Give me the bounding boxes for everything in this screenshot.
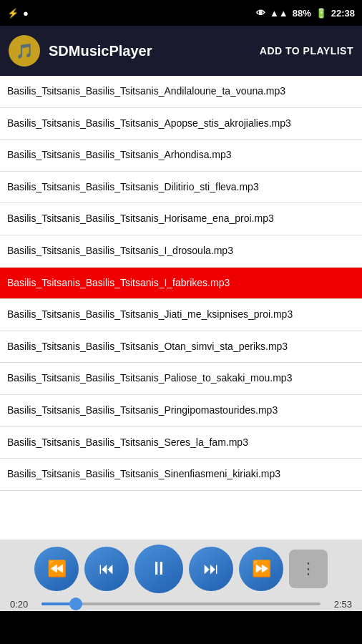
logo-emoji: 🎵	[16, 42, 34, 59]
song-item[interactable]: Basilis_Tsitsanis_Basilis_Tsitsanis_Sere…	[0, 427, 362, 459]
time-total: 2:53	[326, 599, 352, 610]
progress-thumb[interactable]	[69, 597, 82, 610]
rewind-icon: ⏪	[47, 560, 67, 578]
song-item[interactable]: Basilis_Tsitsanis_Basilis_Tsitsanis_Andi…	[0, 76, 362, 108]
app-title: SDMusicPlayer	[49, 43, 251, 59]
song-item[interactable]: Basilis_Tsitsanis_Basilis_Tsitsanis_Otan…	[0, 331, 362, 364]
forward-button[interactable]: ⏩	[239, 547, 283, 591]
usb-icon: ⚡	[7, 8, 19, 19]
status-right: 👁 ▲▲ 88% 🔋 22:38	[256, 8, 355, 19]
song-item[interactable]: Basilis_Tsitsanis_Basilis_Tsitsanis_Apop…	[0, 108, 362, 140]
controls-row: ⏪ ⏮ ⏸ ⏭ ⏩ ⋮	[0, 540, 362, 597]
song-item[interactable]: Basilis_Tsitsanis_Basilis_Tsitsanis_I_fa…	[0, 268, 362, 300]
more-icon: ⋮	[300, 560, 316, 578]
progress-row: 0:20 2:53	[0, 597, 362, 611]
next-icon: ⏭	[203, 560, 219, 578]
song-item[interactable]: Basilis_Tsitsanis_Basilis_Tsitsanis_Pali…	[0, 363, 362, 395]
progress-track[interactable]	[41, 602, 321, 605]
next-button[interactable]: ⏭	[189, 547, 233, 591]
player-controls: ⏪ ⏮ ⏸ ⏭ ⏩ ⋮ 0:20 2:53	[0, 540, 362, 611]
song-item[interactable]: Basilis_Tsitsanis_Basilis_Tsitsanis_I_dr…	[0, 235, 362, 268]
song-item[interactable]: Basilis_Tsitsanis_Basilis_Tsitsanis_Jiat…	[0, 299, 362, 331]
app-logo: 🎵	[9, 35, 40, 67]
battery-percentage: 88%	[293, 8, 311, 19]
status-left: ⚡ ●	[7, 8, 29, 19]
signal-icon: ▲▲	[270, 8, 288, 19]
prev-icon: ⏮	[99, 560, 114, 578]
forward-icon: ⏩	[252, 560, 271, 578]
song-item[interactable]: Basilis_Tsitsanis_Basilis_Tsitsanis_Sine…	[0, 459, 362, 491]
time-elapsed: 0:20	[10, 599, 36, 610]
song-item[interactable]: Basilis_Tsitsanis_Basilis_Tsitsanis_Dili…	[0, 172, 362, 204]
more-button[interactable]: ⋮	[289, 550, 328, 588]
rewind-button[interactable]: ⏪	[34, 547, 79, 591]
prev-button[interactable]: ⏮	[84, 547, 129, 591]
song-list: Basilis_Tsitsanis_Basilis_Tsitsanis_Andi…	[0, 76, 362, 540]
app-bar: 🎵 SDMusicPlayer ADD TO PLAYLIST	[0, 26, 362, 76]
eye-icon: 👁	[256, 8, 265, 19]
notification-icon: ●	[23, 8, 29, 19]
song-item[interactable]: Basilis_Tsitsanis_Basilis_Tsitsanis_Arho…	[0, 140, 362, 172]
battery-icon: 🔋	[315, 8, 327, 19]
add-to-playlist-button[interactable]: ADD TO PLAYLIST	[260, 45, 353, 57]
status-bar: ⚡ ● 👁 ▲▲ 88% 🔋 22:38	[0, 0, 362, 26]
song-item[interactable]: Basilis_Tsitsanis_Basilis_Tsitsanis_Hori…	[0, 203, 362, 235]
song-item[interactable]: Basilis_Tsitsanis_Basilis_Tsitsanis_Prin…	[0, 395, 362, 427]
play-pause-button[interactable]: ⏸	[134, 545, 183, 593]
clock: 22:38	[331, 8, 355, 19]
play-pause-icon: ⏸	[150, 557, 168, 580]
